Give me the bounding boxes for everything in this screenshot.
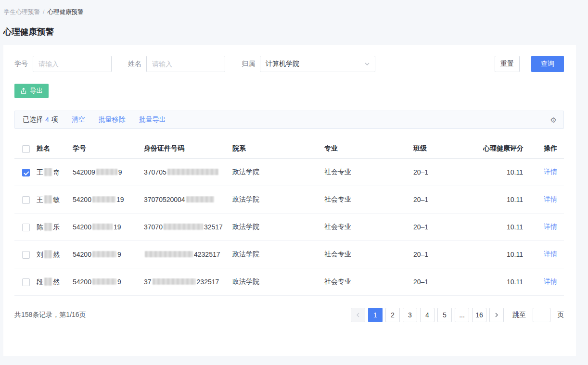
pagination-ellipsis[interactable]: ... bbox=[455, 308, 469, 322]
belong-select[interactable]: 计算机学院 bbox=[260, 56, 375, 72]
pagination-page-1[interactable]: 1 bbox=[368, 308, 383, 322]
settings-button[interactable]: ⚙ bbox=[550, 116, 557, 124]
content-card: 学号 姓名 归属 计算机学院 重置 查询 导出 bbox=[3, 45, 576, 356]
cell-id-card: 370705 bbox=[144, 168, 232, 176]
cell-action: 详情 bbox=[544, 168, 564, 176]
toolbar: 导出 bbox=[14, 84, 564, 98]
cell-student-id: 5420099 bbox=[73, 168, 144, 176]
header-department: 院系 bbox=[232, 144, 324, 153]
redacted-block bbox=[167, 169, 218, 175]
redacted-block bbox=[153, 278, 196, 285]
name-text: 王 bbox=[37, 168, 43, 176]
cell-score: 10.11 bbox=[483, 196, 544, 203]
header-checkbox-cell bbox=[14, 144, 37, 152]
gear-icon: ⚙ bbox=[550, 116, 557, 124]
row-checkbox-cell bbox=[14, 250, 37, 258]
breadcrumb-parent[interactable]: 学生心理预警 bbox=[4, 9, 40, 15]
id-card-text: 4232517 bbox=[194, 251, 220, 258]
detail-link[interactable]: 详情 bbox=[544, 223, 557, 230]
row-checkbox[interactable] bbox=[22, 196, 30, 204]
detail-link[interactable]: 详情 bbox=[544, 250, 557, 258]
selection-bar: 已选择 4 项 清空 批量移除 批量导出 ⚙ bbox=[14, 111, 564, 129]
detail-link[interactable]: 详情 bbox=[544, 277, 557, 285]
cell-major: 社会专业 bbox=[324, 277, 413, 286]
filter-student-id: 学号 bbox=[14, 56, 112, 72]
row-checkbox-cell bbox=[14, 223, 37, 231]
name-text: 乐 bbox=[53, 223, 60, 231]
export-button-label: 导出 bbox=[30, 87, 43, 95]
name-text: 敏 bbox=[53, 196, 60, 203]
cell-department: 政法学院 bbox=[232, 223, 324, 231]
redacted-block bbox=[92, 196, 115, 202]
table-row: 段然 542009 37232517 政法学院 社会专业 20–1 10.11 … bbox=[14, 268, 564, 296]
redacted-block bbox=[145, 251, 193, 257]
page-title: 心理健康预警 bbox=[3, 26, 588, 38]
pagination: 共158条记录，第1/16页 1 2 3 4 5 ... 16 跳至 页 bbox=[14, 308, 564, 322]
student-id-input[interactable] bbox=[33, 56, 112, 72]
detail-link[interactable]: 详情 bbox=[544, 195, 557, 203]
row-checkbox[interactable] bbox=[22, 278, 30, 286]
pagination-page-2[interactable]: 2 bbox=[385, 308, 400, 322]
reset-button[interactable]: 重置 bbox=[495, 56, 520, 72]
clear-selection-link[interactable]: 清空 bbox=[72, 115, 85, 124]
redacted-block bbox=[96, 169, 117, 175]
table-row: 王奇 5420099 370705 政法学院 社会专业 20–1 10.11 详… bbox=[14, 159, 564, 186]
student-id-label: 学号 bbox=[14, 60, 28, 68]
cell-department: 政法学院 bbox=[232, 195, 324, 204]
cell-action: 详情 bbox=[544, 277, 564, 286]
pagination-next-button[interactable] bbox=[489, 308, 504, 322]
cell-major: 社会专业 bbox=[324, 223, 413, 231]
header-major: 专业 bbox=[324, 144, 413, 153]
row-checkbox-cell bbox=[14, 168, 37, 176]
filter-belong: 归属 计算机学院 bbox=[242, 56, 375, 72]
pagination-prev-button[interactable] bbox=[351, 308, 365, 322]
header-score: 心理健康评分 bbox=[483, 144, 544, 153]
redacted-block bbox=[186, 196, 214, 202]
name-input[interactable] bbox=[146, 56, 225, 72]
search-button[interactable]: 查询 bbox=[531, 56, 564, 72]
cell-department: 政法学院 bbox=[232, 168, 324, 176]
redacted-block bbox=[44, 250, 52, 258]
student-id-text: 54200 bbox=[73, 278, 91, 286]
cell-name: 段然 bbox=[37, 277, 73, 287]
cell-class: 20–1 bbox=[413, 278, 483, 286]
chevron-down-icon bbox=[365, 62, 370, 66]
row-checkbox[interactable] bbox=[22, 224, 30, 231]
cell-major: 社会专业 bbox=[324, 195, 413, 204]
student-id-text: 54200 bbox=[73, 251, 91, 258]
export-button[interactable]: 导出 bbox=[14, 84, 49, 98]
jump-page-input[interactable] bbox=[533, 308, 550, 322]
batch-export-link[interactable]: 批量导出 bbox=[139, 115, 166, 124]
table-row: 陈乐 5420019 3707032517 政法学院 社会专业 20–1 10.… bbox=[14, 214, 564, 241]
select-all-checkbox[interactable] bbox=[22, 145, 30, 153]
cell-student-id: 5420019 bbox=[73, 196, 144, 203]
cell-class: 20–1 bbox=[413, 223, 483, 231]
pagination-page-5[interactable]: 5 bbox=[437, 308, 452, 322]
chevron-right-icon bbox=[494, 313, 499, 317]
id-card-text: 232517 bbox=[197, 278, 219, 286]
row-checkbox[interactable] bbox=[22, 251, 30, 259]
student-id-text: 9 bbox=[117, 278, 121, 286]
detail-link[interactable]: 详情 bbox=[544, 168, 557, 176]
selection-prefix: 已选择 bbox=[23, 115, 43, 124]
row-checkbox[interactable] bbox=[22, 169, 30, 176]
table-row: 刘然 542009 4232517 政法学院 社会专业 20–1 10.11 详… bbox=[14, 241, 564, 268]
cell-student-id: 5420019 bbox=[73, 223, 144, 231]
table-row: 王敏 5420019 37070520004 政法学院 社会专业 20–1 10… bbox=[14, 186, 564, 214]
table-header-row: 姓名 学号 身份证件号码 院系 专业 班级 心理健康评分 操作 bbox=[14, 139, 564, 159]
cell-id-card: 3707032517 bbox=[144, 223, 232, 231]
jump-to-label: 跳至 bbox=[512, 311, 526, 319]
pagination-page-3[interactable]: 3 bbox=[403, 308, 417, 322]
student-id-text: 19 bbox=[116, 196, 124, 203]
cell-id-card: 4232517 bbox=[144, 251, 232, 258]
cell-score: 10.11 bbox=[483, 251, 544, 258]
id-card-text: 32517 bbox=[204, 223, 223, 231]
batch-remove-link[interactable]: 批量移除 bbox=[99, 115, 126, 124]
header-student-id: 学号 bbox=[73, 144, 144, 153]
cell-student-id: 542009 bbox=[73, 278, 144, 286]
cell-department: 政法学院 bbox=[232, 277, 324, 286]
pagination-page-4[interactable]: 4 bbox=[420, 308, 435, 322]
id-card-text: 37 bbox=[144, 278, 152, 286]
pagination-page-16[interactable]: 16 bbox=[472, 308, 486, 322]
redacted-block bbox=[44, 223, 52, 231]
